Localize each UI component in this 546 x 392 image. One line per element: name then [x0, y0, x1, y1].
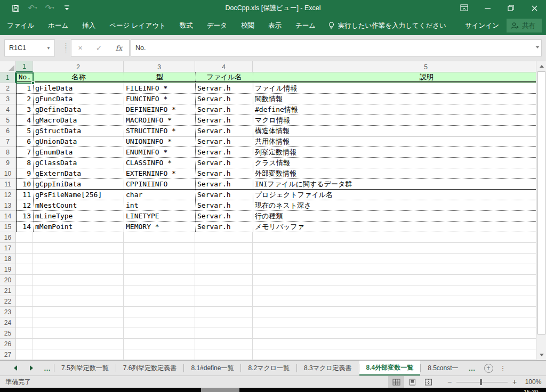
empty-row[interactable]: [16, 349, 536, 360]
vertical-scrollbar[interactable]: [536, 61, 546, 360]
cell[interactable]: gMacroData: [34, 115, 124, 125]
cell[interactable]: UNIONINFO *: [124, 136, 196, 146]
row-header-25[interactable]: 25: [0, 328, 15, 339]
row-header-24[interactable]: 24: [0, 317, 15, 328]
row-header-12[interactable]: 12: [0, 190, 15, 200]
row-header-11[interactable]: 11: [0, 179, 15, 190]
ribbon-tab-3[interactable]: ページ レイアウト: [102, 16, 173, 35]
cell[interactable]: ファイル情報: [253, 83, 536, 93]
column-header-1[interactable]: 1: [16, 61, 33, 72]
cell[interactable]: Servar.h: [196, 147, 253, 157]
ribbon-display-options-button[interactable]: [452, 0, 476, 16]
cell[interactable]: マクロ情報: [253, 115, 536, 125]
cell[interactable]: 3: [17, 104, 34, 115]
header-cell-3[interactable]: 型: [124, 72, 196, 81]
row-header-8[interactable]: 8: [0, 147, 15, 158]
undo-button[interactable]: ↶▾: [25, 1, 41, 15]
cell[interactable]: FILEINFO *: [124, 83, 196, 93]
cell[interactable]: #define情報: [253, 104, 536, 115]
page-layout-view-button[interactable]: [404, 376, 420, 388]
redo-button[interactable]: ↷▾: [42, 1, 58, 15]
cell[interactable]: 14: [17, 222, 34, 232]
zoom-percentage[interactable]: 100%: [520, 378, 546, 386]
cell[interactable]: CPPINIINFO: [124, 179, 196, 189]
empty-row[interactable]: [16, 264, 536, 275]
sheet-tabs-menu-icon[interactable]: ⋮: [493, 364, 513, 372]
fill-handle[interactable]: [31, 81, 35, 85]
ribbon-tab-6[interactable]: 校閲: [234, 16, 261, 35]
next-sheet-button[interactable]: [30, 365, 33, 371]
row-header-3[interactable]: 3: [0, 94, 15, 104]
cell[interactable]: 5: [17, 126, 34, 136]
cell[interactable]: 6: [17, 136, 34, 146]
formula-bar-expand-icon[interactable]: [535, 46, 540, 48]
ribbon-tab-2[interactable]: 挿入: [75, 16, 102, 35]
sign-in-button[interactable]: サインイン: [465, 21, 499, 30]
cell[interactable]: 列挙定数情報: [253, 147, 536, 157]
cell[interactable]: mLineType: [34, 211, 124, 221]
cancel-entry-button[interactable]: ×: [78, 44, 83, 52]
cell[interactable]: 9: [17, 168, 34, 178]
cell[interactable]: gUnionData: [34, 136, 124, 146]
row-header-22[interactable]: 22: [0, 296, 15, 307]
page-break-preview-button[interactable]: [420, 376, 436, 388]
prev-sheet-button[interactable]: [14, 365, 17, 371]
cell[interactable]: プロジェクトファイル名: [253, 190, 536, 200]
header-cell-5[interactable]: 説明: [253, 72, 536, 81]
empty-row[interactable]: [16, 307, 536, 317]
empty-row[interactable]: [16, 296, 536, 307]
minimize-button[interactable]: [476, 0, 499, 16]
ribbon-tab-4[interactable]: 数式: [173, 16, 200, 35]
new-sheet-button[interactable]: +: [484, 364, 493, 373]
cell[interactable]: DEFINEINFO *: [124, 104, 196, 115]
row-header-19[interactable]: 19: [0, 264, 15, 275]
ribbon-tab-7[interactable]: 表示: [261, 16, 288, 35]
row-header-18[interactable]: 18: [0, 254, 15, 264]
cell[interactable]: 2: [17, 94, 34, 104]
row-header-6[interactable]: 6: [0, 126, 15, 136]
cell[interactable]: メモリバッファ: [253, 222, 536, 232]
row-header-9[interactable]: 9: [0, 158, 15, 168]
cell[interactable]: MEMORY *: [124, 222, 196, 232]
zoom-slider[interactable]: [456, 382, 508, 382]
formula-input[interactable]: No.: [131, 39, 542, 56]
column-header-3[interactable]: 3: [124, 61, 195, 72]
row-header-13[interactable]: 13: [0, 200, 15, 211]
more-sheets-right-indicator[interactable]: …: [465, 361, 479, 375]
row-header-10[interactable]: 10: [0, 168, 15, 179]
column-header-4[interactable]: 4: [195, 61, 253, 72]
cell[interactable]: 13: [17, 211, 34, 221]
cell[interactable]: Servar.h: [196, 179, 253, 189]
column-header-2[interactable]: 2: [33, 61, 124, 72]
cell[interactable]: 関数情報: [253, 94, 536, 104]
empty-row[interactable]: [16, 339, 536, 349]
cell[interactable]: gCppIniData: [34, 179, 124, 189]
cell[interactable]: gClassData: [34, 158, 124, 168]
cell[interactable]: int: [124, 200, 196, 210]
ribbon-tab-file[interactable]: ファイル: [0, 16, 41, 35]
cell[interactable]: mMemPoint: [34, 222, 124, 232]
sheet-tab-7.6列挙定数定義書[interactable]: 7.6列挙定数定義書: [116, 361, 184, 375]
select-all-button[interactable]: [0, 61, 16, 72]
row-header-15[interactable]: 15: [0, 222, 15, 232]
cell[interactable]: 共用体情報: [253, 136, 536, 146]
cell[interactable]: Servar.h: [196, 211, 253, 221]
row-header-17[interactable]: 17: [0, 243, 15, 254]
close-button[interactable]: [523, 0, 546, 16]
sheet-tab-7.5列挙定数一覧[interactable]: 7.5列挙定数一覧: [54, 361, 116, 375]
cell[interactable]: MACROINFO *: [124, 115, 196, 125]
empty-row[interactable]: [16, 317, 536, 328]
cell[interactable]: Servar.h: [196, 222, 253, 232]
cell[interactable]: gFuncData: [34, 94, 124, 104]
cell[interactable]: 行の種類: [253, 211, 536, 221]
save-icon[interactable]: [7, 1, 23, 15]
row-header-7[interactable]: 7: [0, 136, 15, 147]
empty-row[interactable]: [16, 328, 536, 339]
cell[interactable]: Servar.h: [196, 104, 253, 115]
cell[interactable]: INIファイルに関するデータ群: [253, 179, 536, 189]
enter-entry-button[interactable]: ✓: [96, 44, 102, 52]
row-header-2[interactable]: 2: [0, 83, 15, 94]
cell[interactable]: mNestCount: [34, 200, 124, 210]
cell[interactable]: gPsFileName[256]: [34, 190, 124, 200]
name-box[interactable]: R1C1 ▼: [4, 39, 55, 56]
